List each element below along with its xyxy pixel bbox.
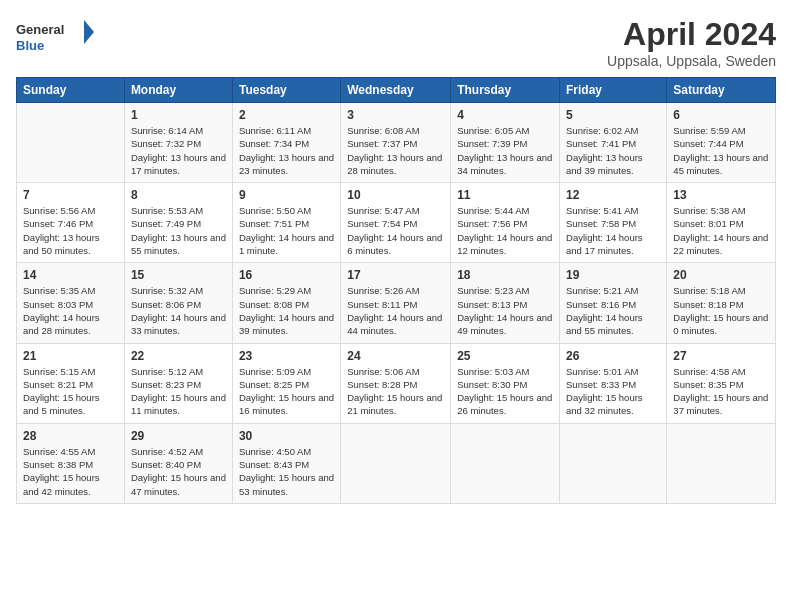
day-info: Sunrise: 6:14 AMSunset: 7:32 PMDaylight:… bbox=[131, 124, 226, 177]
calendar-cell: 24Sunrise: 5:06 AMSunset: 8:28 PMDayligh… bbox=[341, 343, 451, 423]
day-number: 16 bbox=[239, 268, 334, 282]
day-info: Sunrise: 5:50 AMSunset: 7:51 PMDaylight:… bbox=[239, 204, 334, 257]
day-number: 10 bbox=[347, 188, 444, 202]
calendar-cell: 10Sunrise: 5:47 AMSunset: 7:54 PMDayligh… bbox=[341, 183, 451, 263]
day-info: Sunrise: 5:21 AMSunset: 8:16 PMDaylight:… bbox=[566, 284, 660, 337]
day-number: 20 bbox=[673, 268, 769, 282]
calendar-cell: 26Sunrise: 5:01 AMSunset: 8:33 PMDayligh… bbox=[560, 343, 667, 423]
week-row-2: 7Sunrise: 5:56 AMSunset: 7:46 PMDaylight… bbox=[17, 183, 776, 263]
day-info: Sunrise: 4:52 AMSunset: 8:40 PMDaylight:… bbox=[131, 445, 226, 498]
day-info: Sunrise: 5:38 AMSunset: 8:01 PMDaylight:… bbox=[673, 204, 769, 257]
day-number: 3 bbox=[347, 108, 444, 122]
calendar-cell: 1Sunrise: 6:14 AMSunset: 7:32 PMDaylight… bbox=[124, 103, 232, 183]
calendar-cell: 17Sunrise: 5:26 AMSunset: 8:11 PMDayligh… bbox=[341, 263, 451, 343]
column-header-friday: Friday bbox=[560, 78, 667, 103]
header: General Blue April 2024 Uppsala, Uppsala… bbox=[16, 16, 776, 69]
day-info: Sunrise: 4:58 AMSunset: 8:35 PMDaylight:… bbox=[673, 365, 769, 418]
calendar-cell: 30Sunrise: 4:50 AMSunset: 8:43 PMDayligh… bbox=[232, 423, 340, 503]
week-row-1: 1Sunrise: 6:14 AMSunset: 7:32 PMDaylight… bbox=[17, 103, 776, 183]
day-number: 24 bbox=[347, 349, 444, 363]
day-info: Sunrise: 4:55 AMSunset: 8:38 PMDaylight:… bbox=[23, 445, 118, 498]
day-number: 2 bbox=[239, 108, 334, 122]
day-info: Sunrise: 5:32 AMSunset: 8:06 PMDaylight:… bbox=[131, 284, 226, 337]
calendar-cell: 29Sunrise: 4:52 AMSunset: 8:40 PMDayligh… bbox=[124, 423, 232, 503]
column-header-thursday: Thursday bbox=[451, 78, 560, 103]
day-info: Sunrise: 5:44 AMSunset: 7:56 PMDaylight:… bbox=[457, 204, 553, 257]
calendar-table: SundayMondayTuesdayWednesdayThursdayFrid… bbox=[16, 77, 776, 504]
day-number: 4 bbox=[457, 108, 553, 122]
day-info: Sunrise: 5:23 AMSunset: 8:13 PMDaylight:… bbox=[457, 284, 553, 337]
day-number: 19 bbox=[566, 268, 660, 282]
day-number: 26 bbox=[566, 349, 660, 363]
day-number: 22 bbox=[131, 349, 226, 363]
svg-marker-2 bbox=[84, 20, 94, 44]
title-area: April 2024 Uppsala, Uppsala, Sweden bbox=[607, 16, 776, 69]
calendar-cell: 5Sunrise: 6:02 AMSunset: 7:41 PMDaylight… bbox=[560, 103, 667, 183]
calendar-cell bbox=[17, 103, 125, 183]
day-info: Sunrise: 5:56 AMSunset: 7:46 PMDaylight:… bbox=[23, 204, 118, 257]
calendar-cell: 6Sunrise: 5:59 AMSunset: 7:44 PMDaylight… bbox=[667, 103, 776, 183]
day-info: Sunrise: 5:03 AMSunset: 8:30 PMDaylight:… bbox=[457, 365, 553, 418]
calendar-cell: 27Sunrise: 4:58 AMSunset: 8:35 PMDayligh… bbox=[667, 343, 776, 423]
calendar-cell: 2Sunrise: 6:11 AMSunset: 7:34 PMDaylight… bbox=[232, 103, 340, 183]
calendar-cell: 15Sunrise: 5:32 AMSunset: 8:06 PMDayligh… bbox=[124, 263, 232, 343]
calendar-cell: 8Sunrise: 5:53 AMSunset: 7:49 PMDaylight… bbox=[124, 183, 232, 263]
column-header-monday: Monday bbox=[124, 78, 232, 103]
logo: General Blue bbox=[16, 16, 96, 52]
day-info: Sunrise: 5:12 AMSunset: 8:23 PMDaylight:… bbox=[131, 365, 226, 418]
day-info: Sunrise: 5:59 AMSunset: 7:44 PMDaylight:… bbox=[673, 124, 769, 177]
day-number: 7 bbox=[23, 188, 118, 202]
day-info: Sunrise: 5:53 AMSunset: 7:49 PMDaylight:… bbox=[131, 204, 226, 257]
calendar-cell: 4Sunrise: 6:05 AMSunset: 7:39 PMDaylight… bbox=[451, 103, 560, 183]
calendar-cell: 16Sunrise: 5:29 AMSunset: 8:08 PMDayligh… bbox=[232, 263, 340, 343]
day-number: 30 bbox=[239, 429, 334, 443]
calendar-cell: 25Sunrise: 5:03 AMSunset: 8:30 PMDayligh… bbox=[451, 343, 560, 423]
day-number: 8 bbox=[131, 188, 226, 202]
day-info: Sunrise: 6:02 AMSunset: 7:41 PMDaylight:… bbox=[566, 124, 660, 177]
day-number: 11 bbox=[457, 188, 553, 202]
calendar-cell: 7Sunrise: 5:56 AMSunset: 7:46 PMDaylight… bbox=[17, 183, 125, 263]
calendar-cell: 20Sunrise: 5:18 AMSunset: 8:18 PMDayligh… bbox=[667, 263, 776, 343]
week-row-4: 21Sunrise: 5:15 AMSunset: 8:21 PMDayligh… bbox=[17, 343, 776, 423]
week-row-5: 28Sunrise: 4:55 AMSunset: 8:38 PMDayligh… bbox=[17, 423, 776, 503]
calendar-cell: 19Sunrise: 5:21 AMSunset: 8:16 PMDayligh… bbox=[560, 263, 667, 343]
day-info: Sunrise: 5:06 AMSunset: 8:28 PMDaylight:… bbox=[347, 365, 444, 418]
logo-icon: General Blue bbox=[16, 16, 96, 52]
day-info: Sunrise: 5:09 AMSunset: 8:25 PMDaylight:… bbox=[239, 365, 334, 418]
day-number: 21 bbox=[23, 349, 118, 363]
calendar-cell: 13Sunrise: 5:38 AMSunset: 8:01 PMDayligh… bbox=[667, 183, 776, 263]
calendar-cell: 9Sunrise: 5:50 AMSunset: 7:51 PMDaylight… bbox=[232, 183, 340, 263]
day-number: 28 bbox=[23, 429, 118, 443]
day-info: Sunrise: 6:11 AMSunset: 7:34 PMDaylight:… bbox=[239, 124, 334, 177]
calendar-cell bbox=[560, 423, 667, 503]
day-number: 18 bbox=[457, 268, 553, 282]
calendar-cell: 23Sunrise: 5:09 AMSunset: 8:25 PMDayligh… bbox=[232, 343, 340, 423]
calendar-cell: 28Sunrise: 4:55 AMSunset: 8:38 PMDayligh… bbox=[17, 423, 125, 503]
calendar-cell: 18Sunrise: 5:23 AMSunset: 8:13 PMDayligh… bbox=[451, 263, 560, 343]
day-number: 23 bbox=[239, 349, 334, 363]
calendar-cell bbox=[341, 423, 451, 503]
location-title: Uppsala, Uppsala, Sweden bbox=[607, 53, 776, 69]
day-number: 9 bbox=[239, 188, 334, 202]
day-number: 25 bbox=[457, 349, 553, 363]
day-number: 27 bbox=[673, 349, 769, 363]
day-info: Sunrise: 5:15 AMSunset: 8:21 PMDaylight:… bbox=[23, 365, 118, 418]
day-number: 13 bbox=[673, 188, 769, 202]
column-header-sunday: Sunday bbox=[17, 78, 125, 103]
calendar-cell: 14Sunrise: 5:35 AMSunset: 8:03 PMDayligh… bbox=[17, 263, 125, 343]
day-info: Sunrise: 5:18 AMSunset: 8:18 PMDaylight:… bbox=[673, 284, 769, 337]
day-number: 12 bbox=[566, 188, 660, 202]
column-header-wednesday: Wednesday bbox=[341, 78, 451, 103]
day-info: Sunrise: 5:29 AMSunset: 8:08 PMDaylight:… bbox=[239, 284, 334, 337]
day-info: Sunrise: 5:01 AMSunset: 8:33 PMDaylight:… bbox=[566, 365, 660, 418]
day-number: 5 bbox=[566, 108, 660, 122]
week-row-3: 14Sunrise: 5:35 AMSunset: 8:03 PMDayligh… bbox=[17, 263, 776, 343]
month-title: April 2024 bbox=[607, 16, 776, 53]
day-info: Sunrise: 6:08 AMSunset: 7:37 PMDaylight:… bbox=[347, 124, 444, 177]
column-header-tuesday: Tuesday bbox=[232, 78, 340, 103]
day-info: Sunrise: 5:41 AMSunset: 7:58 PMDaylight:… bbox=[566, 204, 660, 257]
calendar-cell bbox=[667, 423, 776, 503]
svg-text:Blue: Blue bbox=[16, 38, 44, 52]
day-number: 29 bbox=[131, 429, 226, 443]
day-info: Sunrise: 5:26 AMSunset: 8:11 PMDaylight:… bbox=[347, 284, 444, 337]
